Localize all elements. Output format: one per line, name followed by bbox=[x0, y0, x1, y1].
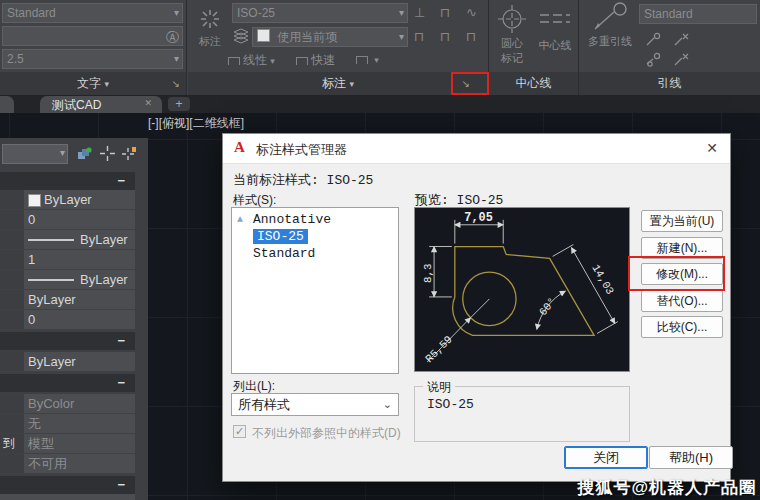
dimension-break-icon[interactable]: ⊓ bbox=[440, 6, 450, 19]
list-filter-combo[interactable]: 所有样式 ⌄ bbox=[231, 393, 399, 416]
style-item-iso25-selected[interactable]: ISO-25 bbox=[232, 228, 398, 245]
properties-palette: ▾ − ByLayer 0 ByLayer 1 bbox=[0, 138, 148, 500]
palette-selection-combo[interactable]: ▾ bbox=[2, 144, 68, 164]
collect-leader-icon[interactable] bbox=[673, 52, 690, 67]
property-value: 0 bbox=[28, 310, 35, 329]
dim-angle-value: 60° bbox=[537, 295, 559, 318]
property-row-linetype[interactable]: ByLayer bbox=[0, 230, 135, 250]
multileader-icon bbox=[590, 2, 630, 32]
panel-leader-label[interactable]: 引线 bbox=[579, 72, 760, 95]
select-objects-icon[interactable] bbox=[100, 146, 115, 161]
partial-tab[interactable] bbox=[0, 96, 14, 113]
style-item-annotative[interactable]: ▲ Annotative bbox=[232, 211, 398, 228]
panel-centerline-label[interactable]: 中心线 bbox=[489, 72, 578, 95]
compare-button[interactable]: 比较(C)... bbox=[641, 316, 723, 338]
modify-highlight-rect bbox=[628, 256, 725, 291]
viewport-controls[interactable]: [-][俯视][二维线框] bbox=[148, 115, 244, 132]
multileader-button[interactable]: 多重引线 bbox=[583, 2, 637, 70]
property-label-cell bbox=[0, 414, 24, 433]
property-value: ByLayer bbox=[28, 290, 76, 309]
palette-section-header[interactable]: − bbox=[0, 476, 135, 494]
text-annotative-combo[interactable]: Ⓐ bbox=[2, 26, 183, 46]
panel-separator bbox=[186, 0, 187, 95]
dimension-style-manager-dialog: A 标注样式管理器 ✕ 当前标注样式: ISO-25 样式(S): ▲ Anno… bbox=[222, 133, 731, 482]
remove-leader-icon[interactable] bbox=[673, 32, 690, 47]
dim-layer-combo[interactable]: 使用当前项 ▾ bbox=[252, 27, 408, 47]
override-button[interactable]: 替代(O)... bbox=[641, 290, 723, 312]
dim-update-icon[interactable]: ⊓ bbox=[466, 30, 476, 43]
property-label-cell bbox=[0, 310, 24, 329]
property-row-color[interactable]: ByLayer bbox=[0, 190, 135, 210]
text-style-combo[interactable]: Standard ▾ bbox=[2, 3, 183, 23]
set-current-button[interactable]: 置为当前(U) bbox=[641, 210, 723, 232]
quick-select-icon[interactable] bbox=[76, 146, 92, 162]
dialog-title-bar[interactable]: A 标注样式管理器 ✕ bbox=[223, 134, 730, 164]
text-dialog-launcher-icon[interactable]: ↘ bbox=[172, 79, 180, 89]
close-button[interactable]: 关闭 bbox=[564, 446, 648, 469]
collapse-icon[interactable]: − bbox=[117, 375, 125, 391]
collapse-icon[interactable]: − bbox=[117, 333, 125, 349]
style-item-standard[interactable]: Standard bbox=[232, 245, 398, 262]
collapse-icon[interactable]: − bbox=[117, 173, 125, 189]
layer-color-swatch bbox=[257, 29, 270, 42]
jogged-linear-icon[interactable]: ∿ bbox=[466, 6, 477, 19]
dim-top-value: 7,05 bbox=[464, 211, 492, 225]
autocad-logo-icon: A bbox=[234, 139, 245, 156]
quick-dim-button[interactable]: 快速 bbox=[296, 52, 335, 69]
leader-style-combo[interactable]: Standard bbox=[639, 4, 757, 24]
current-style-text: 当前标注样式: ISO-25 bbox=[233, 171, 373, 189]
property-label-cell bbox=[0, 394, 24, 413]
center-mark-icon bbox=[497, 4, 527, 34]
property-row[interactable]: ByColor bbox=[0, 394, 135, 414]
panel-label-text[interactable]: 文字 ▾ bbox=[0, 72, 186, 95]
property-row[interactable]: 无 bbox=[0, 414, 135, 434]
linear-dim-button[interactable]: 线性 ▾ bbox=[228, 52, 275, 69]
style-preview: 7,05 8,3 14,03 60° R5,59 bbox=[414, 207, 630, 372]
chevron-down-icon: ▾ bbox=[104, 79, 109, 89]
description-value: ISO-25 bbox=[427, 397, 474, 412]
layers-icon[interactable] bbox=[232, 28, 250, 45]
property-row[interactable]: 0 bbox=[0, 310, 135, 330]
property-row bbox=[0, 494, 135, 500]
centerline-button[interactable]: 中心线 bbox=[535, 10, 575, 70]
toggle-pickadd-icon[interactable] bbox=[122, 146, 137, 161]
property-row[interactable]: 0 bbox=[0, 210, 135, 230]
xref-checkbox[interactable]: ✓ bbox=[233, 425, 246, 438]
dim-reassociate-icon[interactable]: ⊓ bbox=[440, 30, 450, 43]
text-height-combo[interactable]: 2.5 ▾ bbox=[2, 49, 183, 69]
property-value: 1 bbox=[28, 250, 35, 269]
chevron-down-icon: ▾ bbox=[270, 56, 275, 66]
dim-style-combo[interactable]: ISO-25 ▾ bbox=[232, 3, 408, 23]
property-row-lineweight[interactable]: ByLayer bbox=[0, 270, 135, 290]
palette-section-header[interactable]: − bbox=[0, 332, 135, 350]
palette-section-header[interactable]: − bbox=[0, 374, 135, 392]
dim-radius-value: R5,59 bbox=[423, 333, 455, 365]
adjust-spacing-icon[interactable]: ⊥ bbox=[414, 6, 425, 19]
dim-edit-icon[interactable]: ⊓ bbox=[414, 30, 424, 43]
styles-listbox[interactable]: ▲ Annotative ISO-25 Standard bbox=[231, 207, 399, 374]
property-row[interactable]: ByLayer bbox=[0, 352, 135, 372]
dimension-tool-button[interactable]: 标注 bbox=[190, 4, 230, 70]
help-button[interactable]: 帮助(H) bbox=[649, 446, 733, 469]
property-label-cell bbox=[0, 290, 24, 309]
drawing-tab[interactable]: 测试CAD ✕ bbox=[40, 96, 162, 113]
center-mark-button[interactable]: 圆心 标记 bbox=[492, 4, 532, 70]
property-label-cell bbox=[0, 190, 24, 209]
leader-style-value: Standard bbox=[644, 7, 693, 21]
annotative-scale-icon: Ⓐ bbox=[166, 29, 179, 47]
tab-close-icon[interactable]: ✕ bbox=[144, 98, 152, 108]
new-tab-button[interactable]: + bbox=[168, 97, 190, 111]
property-row[interactable]: ByLayer bbox=[0, 290, 135, 310]
chevron-down-icon: ▾ bbox=[349, 79, 354, 89]
collapse-icon[interactable]: − bbox=[117, 477, 125, 493]
property-value: 不可用 bbox=[28, 454, 67, 473]
continue-dim-button[interactable]: ▾ bbox=[356, 52, 379, 66]
property-row[interactable]: 1 bbox=[0, 250, 135, 270]
add-leader-icon[interactable] bbox=[645, 32, 662, 47]
property-row[interactable]: 到 模型 bbox=[0, 434, 135, 454]
align-leader-icon[interactable] bbox=[645, 52, 662, 67]
property-row[interactable]: 不可用 bbox=[0, 454, 135, 474]
panel-dimension-label[interactable]: 标注 ▾ bbox=[188, 72, 488, 95]
close-icon[interactable]: ✕ bbox=[706, 140, 718, 156]
palette-section-header[interactable]: − bbox=[0, 172, 135, 190]
